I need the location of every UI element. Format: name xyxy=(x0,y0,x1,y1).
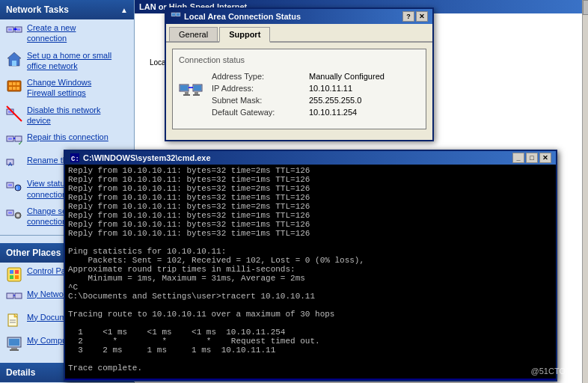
svg-rect-70 xyxy=(180,85,188,91)
disable-network-label[interactable]: Disable this networkdevice xyxy=(27,105,100,126)
dialog-help-button[interactable]: ? xyxy=(402,11,414,22)
dialog-title-text: Local Area Connection Status xyxy=(184,12,301,21)
svg-rect-35 xyxy=(15,270,19,274)
create-connection-icon xyxy=(6,23,22,40)
cmd-titlebar[interactable]: C: C:\WINDOWS\system32\cmd.exe _ □ ✕ xyxy=(65,151,556,165)
svg-rect-68 xyxy=(177,13,180,16)
repair-connection-label[interactable]: Repair this connection xyxy=(27,132,108,142)
svg-rect-13 xyxy=(13,87,16,90)
svg-rect-38 xyxy=(7,293,13,298)
cmd-title-text: C:\WINDOWS\system32\cmd.exe xyxy=(83,153,211,162)
task-set-up-home[interactable]: Set up a home or smalloffice network xyxy=(0,47,134,75)
svg-text:✓: ✓ xyxy=(18,140,22,147)
svg-rect-75 xyxy=(183,94,190,96)
svg-rect-26 xyxy=(8,184,12,186)
set-up-home-label[interactable]: Set up a home or smalloffice network xyxy=(27,50,111,72)
dialog-title-left: Local Area Connection Status xyxy=(171,11,301,22)
svg-rect-7 xyxy=(12,61,16,66)
svg-rect-48 xyxy=(10,349,19,351)
connection-status-box: Connection status xyxy=(172,49,426,129)
svg-text:A: A xyxy=(8,161,13,168)
svg-rect-19 xyxy=(8,138,12,140)
address-type-value: Manually Configured xyxy=(306,70,420,82)
cmd-window-controls[interactable]: _ □ ✕ xyxy=(512,153,551,163)
svg-text:C:: C: xyxy=(71,156,79,163)
control-panel-icon xyxy=(6,266,22,283)
svg-text:i: i xyxy=(16,185,18,192)
svg-rect-37 xyxy=(15,275,19,279)
svg-rect-39 xyxy=(15,293,22,298)
task-repair-connection[interactable]: ✓ Repair this connection xyxy=(0,129,134,152)
disable-network-icon xyxy=(6,105,22,122)
svg-rect-47 xyxy=(11,348,17,349)
my-computer-icon xyxy=(6,336,22,352)
change-windows-firewall-label[interactable]: Change WindowsFirewall settings xyxy=(27,77,91,99)
default-gateway-label: Default Gateway: xyxy=(209,106,306,118)
status-info-table: Address Type: Manually Configured IP Add… xyxy=(209,70,420,118)
cmd-icon: C: xyxy=(70,153,80,163)
repair-icon: ✓ xyxy=(6,132,22,149)
watermark: @51CTO学院 xyxy=(531,366,582,377)
svg-rect-46 xyxy=(9,339,19,346)
details-label: Details xyxy=(6,367,35,378)
status-icon-row: Address Type: Manually Configured IP Add… xyxy=(179,70,420,118)
cmd-title-left: C: C:\WINDOWS\system32\cmd.exe xyxy=(70,153,211,163)
collapse-arrow-icon[interactable]: ▲ xyxy=(120,6,128,14)
task-create-new-connection[interactable]: Create a newconnection xyxy=(0,19,134,47)
status-address-type-row: Address Type: Manually Configured xyxy=(209,70,420,82)
dialog-close-button[interactable]: ✕ xyxy=(416,11,428,22)
address-type-label: Address Type: xyxy=(209,70,306,82)
network-tasks-header[interactable]: Network Tasks ▲ xyxy=(0,0,134,19)
cmd-close-button[interactable]: ✕ xyxy=(539,153,551,163)
svg-rect-1 xyxy=(8,28,12,31)
task-disable-network[interactable]: Disable this networkdevice xyxy=(0,102,134,129)
svg-rect-66 xyxy=(172,13,175,16)
dialog-body: Connection status xyxy=(166,43,432,140)
svg-rect-77 xyxy=(193,94,200,96)
cmd-maximize-button[interactable]: □ xyxy=(526,153,538,163)
change-settings-icon xyxy=(6,206,22,223)
svg-point-32 xyxy=(16,214,19,217)
scrollbar-thumb[interactable] xyxy=(583,0,588,15)
subnet-mask-label: Subnet Mask: xyxy=(209,94,306,106)
svg-rect-36 xyxy=(10,275,13,279)
firewall-icon xyxy=(6,78,22,94)
connection-status-dialog: Local Area Connection Status ? ✕ General… xyxy=(165,7,434,141)
default-gateway-value: 10.10.11.254 xyxy=(306,106,420,118)
dialog-title-icon xyxy=(171,11,181,22)
dialog-tabs[interactable]: General Support xyxy=(166,24,432,43)
network-tasks-label: Network Tasks xyxy=(6,4,69,15)
my-documents-icon xyxy=(6,313,22,329)
svg-rect-34 xyxy=(10,270,13,274)
svg-rect-30 xyxy=(8,212,12,214)
network-status-icon xyxy=(179,82,203,106)
status-gateway-row: Default Gateway: 10.10.11.254 xyxy=(209,106,420,118)
status-subnet-row: Subnet Mask: 255.255.255.0 xyxy=(209,94,420,106)
svg-rect-72 xyxy=(194,85,201,91)
cmd-window: C: C:\WINDOWS\system32\cmd.exe _ □ ✕ Rep… xyxy=(64,150,557,382)
my-network-icon xyxy=(6,289,22,306)
svg-rect-76 xyxy=(195,92,198,94)
cmd-minimize-button[interactable]: _ xyxy=(512,153,524,163)
svg-rect-14 xyxy=(16,87,19,90)
tab-general[interactable]: General xyxy=(169,27,218,41)
dialog-window-controls[interactable]: ? ✕ xyxy=(402,11,428,22)
svg-rect-33 xyxy=(7,268,21,281)
create-new-connection-label[interactable]: Create a newconnection xyxy=(27,22,76,44)
ip-address-label: IP Address: xyxy=(209,82,306,94)
other-places-label: Other Places xyxy=(6,248,61,258)
task-change-windows-firewall[interactable]: Change WindowsFirewall settings xyxy=(0,74,134,102)
cmd-body[interactable]: Reply from 10.10.10.11: bytes=32 time=2m… xyxy=(65,165,556,379)
set-up-home-icon xyxy=(6,51,22,67)
svg-rect-3 xyxy=(16,28,20,31)
svg-rect-10 xyxy=(13,82,16,85)
connection-status-icon xyxy=(179,82,203,106)
tab-support[interactable]: Support xyxy=(219,27,270,43)
rename-icon: A xyxy=(6,156,22,172)
desktop: Network Tasks ▲ Create a newconnection S… xyxy=(0,0,588,383)
svg-rect-74 xyxy=(185,92,189,94)
main-scrollbar[interactable] xyxy=(582,0,588,383)
view-status-icon: i xyxy=(6,179,22,195)
dialog-titlebar[interactable]: Local Area Connection Status ? ✕ xyxy=(166,9,432,24)
svg-rect-12 xyxy=(9,87,12,90)
